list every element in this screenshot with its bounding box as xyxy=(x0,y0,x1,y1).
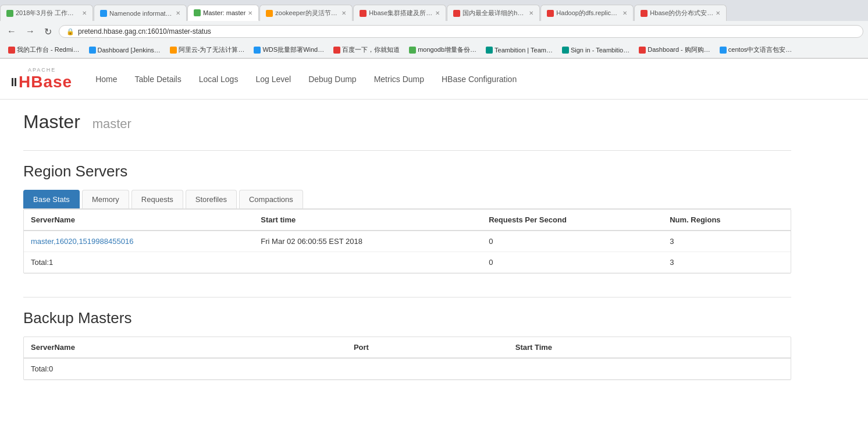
address-bar[interactable]: 🔒 pretend.hbase.gag.cn:16010/master-stat… xyxy=(59,25,863,38)
browser-tab-tab1[interactable]: 2018年3月份 工作记录…✕ xyxy=(0,5,93,21)
tab-label: zookeeper的灵活节点… xyxy=(275,9,339,17)
tab-close-button[interactable]: ✕ xyxy=(622,10,627,16)
forward-button[interactable]: → xyxy=(23,25,37,38)
nav-debug-dump[interactable]: Debug Dump xyxy=(308,75,357,84)
cell-total-label: Total:1 xyxy=(24,252,254,273)
bookmark-label: Dashboard [Jenkins… xyxy=(98,47,161,54)
col-num-regions: Num. Regions xyxy=(663,210,791,231)
tab-favicon xyxy=(547,10,554,17)
tab-label: 国内最全最详细的hado… xyxy=(463,9,527,17)
bookmark-favicon xyxy=(254,47,261,54)
hbase-logo: APACHE HBase xyxy=(12,67,72,91)
page: APACHE HBase HomeTable DetailsLocal Logs… xyxy=(0,59,868,415)
browser-tab-tab3[interactable]: Master: master✕ xyxy=(187,5,259,21)
tab-favicon xyxy=(453,10,460,17)
divider-2 xyxy=(23,297,791,298)
nav-home[interactable]: Home xyxy=(95,75,117,84)
bookmark-item[interactable]: Dashboard - 购阿购… xyxy=(635,44,714,55)
nav-links: HomeTable DetailsLocal LogsLog LevelDebu… xyxy=(95,75,517,84)
bookmark-label: 阿里云-为了无法计算… xyxy=(179,45,245,54)
bookmark-label: WDS批量部署Wind… xyxy=(262,45,324,54)
tab-close-button[interactable]: ✕ xyxy=(248,10,252,16)
reload-button[interactable]: ↻ xyxy=(42,25,54,38)
browser-tab-tab7[interactable]: Hadoop的dfs.replicatio…✕ xyxy=(540,5,634,21)
tab-close-button[interactable]: ✕ xyxy=(435,10,440,16)
region-servers-header-row: ServerName Start time Requests Per Secon… xyxy=(24,210,791,231)
browser-tab-tab4[interactable]: zookeeper的灵活节点…✕ xyxy=(259,5,353,21)
bookmark-favicon xyxy=(639,47,646,54)
bm-cell-port-empty xyxy=(347,358,508,380)
region-servers-title: Region Servers xyxy=(23,162,791,180)
bookmark-item[interactable]: WDS批量部署Wind… xyxy=(250,44,328,55)
bookmark-label: Teambition | Team… xyxy=(495,47,553,54)
address-text: pretend.hbase.gag.cn:16010/master-status xyxy=(78,27,211,36)
bookmark-favicon xyxy=(562,47,569,54)
tab-close-button[interactable]: ✕ xyxy=(82,10,87,16)
bookmark-item[interactable]: 阿里云-为了无法计算… xyxy=(166,44,248,55)
cell-num-regions: 3 xyxy=(663,231,791,252)
bookmarks-bar: 我的工作台 - Redmi…Dashboard [Jenkins…阿里云-为了无… xyxy=(0,42,868,58)
nav-hbase-config[interactable]: HBase Configuration xyxy=(442,75,517,84)
cell-total-requests: 0 xyxy=(482,252,663,273)
bookmark-item[interactable]: 百度一下，你就知道 xyxy=(330,44,403,55)
backup-masters-header-row: ServerName Port Start Time xyxy=(24,337,791,358)
tab-bar: 2018年3月份 工作记录…✕Namenode informatio…✕Mast… xyxy=(0,0,868,21)
back-button[interactable]: ← xyxy=(5,25,19,38)
cell-server-name: master,16020,1519988455016 xyxy=(24,231,254,252)
bookmark-item[interactable]: Dashboard [Jenkins… xyxy=(86,45,164,55)
region-servers-tab-storefiles[interactable]: Storefiles xyxy=(186,190,237,208)
tab-favicon xyxy=(194,9,201,16)
page-title-sub: master xyxy=(93,116,131,131)
bookmark-label: 百度一下，你就知道 xyxy=(342,45,400,54)
nav-table-details[interactable]: Table Details xyxy=(135,75,182,84)
col-server-name: ServerName xyxy=(24,210,254,231)
tab-close-button[interactable]: ✕ xyxy=(716,10,720,16)
nav-local-logs[interactable]: Local Logs xyxy=(199,75,239,84)
bookmark-label: Sign in - Teambitio… xyxy=(571,47,629,54)
bookmark-item[interactable]: Teambition | Team… xyxy=(482,45,556,55)
region-servers-tab-memory[interactable]: Memory xyxy=(82,190,129,208)
backup-masters-table-body: Total:0 xyxy=(24,358,791,380)
bookmark-item[interactable]: Sign in - Teambitio… xyxy=(558,45,633,55)
nav-log-level[interactable]: Log Level xyxy=(255,75,291,84)
tab-label: Master: master xyxy=(203,9,246,16)
bm-col-server-name: ServerName xyxy=(24,337,347,358)
backup-masters-table-head: ServerName Port Start Time xyxy=(24,337,791,358)
browser-tab-tab2[interactable]: Namenode informatio…✕ xyxy=(94,5,187,21)
bookmark-favicon xyxy=(8,47,15,54)
bookmark-item[interactable]: centos中文语言包安… xyxy=(716,44,795,55)
browser-tab-tab5[interactable]: Hbase集群搭建及所有…✕ xyxy=(353,5,446,21)
backup-masters-section: Backup Masters ServerName Port Start Tim… xyxy=(23,309,791,380)
backup-masters-table-wrapper: ServerName Port Start Time Total:0 xyxy=(23,337,791,380)
table-row: master,16020,1519988455016 Fri Mar 02 06… xyxy=(24,231,791,252)
divider-1 xyxy=(23,150,791,151)
server-name-link[interactable]: master,16020,1519988455016 xyxy=(31,237,133,246)
region-servers-tab-compactions[interactable]: Compactions xyxy=(239,190,303,208)
tab-favicon xyxy=(360,10,367,17)
region-servers-tab-base-stats[interactable]: Base Stats xyxy=(23,190,80,208)
tab-close-button[interactable]: ✕ xyxy=(529,10,533,16)
browser-tab-tab8[interactable]: Hbase的仿分布式安…✕ xyxy=(634,5,727,21)
bm-total-row: Total:0 xyxy=(24,358,791,380)
logo-lines xyxy=(12,78,16,86)
browser-chrome: 2018年3月份 工作记录…✕Namenode informatio…✕Mast… xyxy=(0,0,868,59)
nav-metrics-dump[interactable]: Metrics Dump xyxy=(374,75,424,84)
page-title-text: Master xyxy=(23,111,80,132)
cell-requests-per-second: 0 xyxy=(482,231,663,252)
bookmark-label: centos中文语言包安… xyxy=(728,45,792,54)
bookmark-item[interactable]: 我的工作台 - Redmi… xyxy=(5,44,83,55)
address-bar-row: ← → ↻ 🔒 pretend.hbase.gag.cn:16010/maste… xyxy=(0,21,868,42)
tab-favicon xyxy=(641,10,648,17)
bookmark-favicon xyxy=(170,47,177,54)
tab-close-button[interactable]: ✕ xyxy=(341,10,346,16)
tab-close-button[interactable]: ✕ xyxy=(176,10,180,16)
browser-tab-tab6[interactable]: 国内最全最详细的hado…✕ xyxy=(447,5,540,21)
region-servers-table-body: master,16020,1519988455016 Fri Mar 02 06… xyxy=(24,231,791,273)
region-servers-tab-requests[interactable]: Requests xyxy=(131,190,183,208)
bookmark-favicon xyxy=(89,47,96,54)
bookmark-item[interactable]: mongodb增量备份… xyxy=(405,44,480,55)
page-title: Master master xyxy=(23,111,791,133)
tab-label: Hbase的仿分布式安… xyxy=(650,9,713,17)
hbase-nav: APACHE HBase HomeTable DetailsLocal Logs… xyxy=(0,59,868,100)
col-requests-per-second: Requests Per Second xyxy=(482,210,663,231)
